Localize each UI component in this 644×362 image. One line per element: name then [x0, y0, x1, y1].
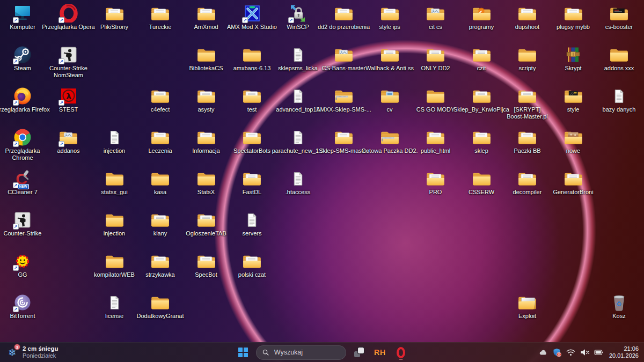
desktop-icon-generatorbroni[interactable]: GeneratorBroni: [546, 169, 600, 196]
clock-date: 20.01.2026: [609, 352, 639, 360]
folder-icon: [380, 128, 400, 146]
security-icon[interactable]: [551, 345, 563, 359]
start-button[interactable]: [235, 344, 251, 360]
desktop-icon-label: style: [567, 106, 580, 113]
folder-icon: [380, 46, 400, 64]
desktop-icon-label: nowe: [566, 147, 580, 154]
doc-icon: [288, 87, 308, 105]
desktop-icon-label: cit cs: [429, 24, 442, 31]
rh-app-icon: RH: [374, 348, 386, 357]
desktop-icon-label: CSSERW: [469, 189, 494, 196]
desktop-icon-bittorrent[interactable]: ↗BitTorrent: [0, 293, 49, 320]
shortcut-arrow-icon: ↗: [58, 17, 64, 23]
desktop-icon-servers[interactable]: servers: [225, 211, 279, 237]
desktop-icon-label: strzykawka: [145, 271, 174, 278]
desktop-icon-label: Kosz: [612, 313, 625, 320]
taskbar-search[interactable]: [256, 345, 346, 360]
battery-icon[interactable]: [593, 345, 605, 359]
folder-icon: [564, 4, 583, 23]
onedrive-icon[interactable]: [537, 345, 549, 359]
search-input[interactable]: [273, 348, 340, 357]
doc-icon: [242, 211, 262, 229]
desktop-icon-label: CS GO MODY: [416, 106, 455, 113]
desktop-icon-gg[interactable]: ↗GG: [0, 252, 49, 278]
desktop-icon-exploit[interactable]: Exploit: [501, 293, 554, 320]
desktop-icon-label: GG: [18, 271, 27, 278]
folder-icon: [196, 169, 216, 188]
desktop-icon-label: statsx_gui: [101, 189, 128, 196]
folder-icon: [334, 87, 354, 105]
folder-icon: [150, 293, 170, 312]
weather-widget[interactable]: ❄ 3 2 cm śniegu Poniedziałek: [1, 343, 63, 362]
desktop[interactable]: ↗Komputer↗Przeglądarka OperaPlikiStronyT…: [0, 0, 644, 342]
taskbar-app-opera[interactable]: [393, 344, 409, 360]
desktop-icon-stest[interactable]: λ↗STEST: [42, 87, 96, 113]
folder-icon: [150, 4, 170, 23]
folder-icon: [564, 87, 583, 105]
doc-icon: [105, 293, 125, 312]
desktop-icon-counter-strike[interactable]: ↗Counter-Strike: [0, 211, 49, 237]
desktop-icon-label: amxbans-6.13: [233, 65, 271, 72]
folder-icon: [196, 4, 216, 23]
desktop-icon-label: plugsy mybb: [557, 24, 590, 31]
desktop-icon-label: klany: [153, 230, 167, 237]
doc-icon: [288, 128, 308, 146]
desktop-icon-label: DodatkowyGranat: [136, 313, 184, 320]
desktop-icon-label: cs-booster: [605, 24, 633, 31]
folder-icon: [472, 87, 492, 105]
folder-icon: [517, 169, 537, 188]
taskbar-clock[interactable]: 21:06 20.01.2026: [606, 345, 644, 360]
opera-icon: ↗: [58, 4, 78, 23]
desktop-icon-label: Exploit: [518, 313, 536, 320]
folder-icon: [196, 252, 216, 270]
folder-icon: [517, 87, 537, 105]
folder-icon: [380, 87, 400, 105]
folder-icon: [150, 252, 170, 270]
desktop-icon-label: Przeglądarka Chrome: [5, 147, 40, 161]
desktop-icon-htaccess[interactable]: .htaccess: [271, 169, 325, 196]
desktop-icon-label: style ips: [379, 24, 400, 31]
desktop-icon-label: BibliotekaCS: [189, 65, 223, 72]
folder-icon: [609, 4, 629, 23]
windows-logo-icon: [238, 348, 248, 357]
svg-text:♻: ♻: [616, 300, 622, 308]
desktop-icon-ccleaner-7[interactable]: C↗NEWCCleaner 7: [0, 169, 49, 196]
folder-icon: [472, 169, 492, 188]
taskbar-app-rh[interactable]: RH: [372, 344, 388, 360]
desktop-icon-label: programy: [469, 24, 494, 31]
volume-muted-icon[interactable]: [579, 345, 591, 359]
desktop-icon-dodatkowygranat[interactable]: DodatkowyGranat: [134, 293, 187, 320]
desktop-icon-label: PRO: [429, 189, 442, 196]
desktop-icon-label: parachute_new_1.0: [272, 147, 324, 154]
weather-headline: 2 cm śniegu: [23, 345, 58, 352]
desktop-icon-nowe[interactable]: nowe: [546, 128, 600, 154]
clock-time: 21:06: [609, 345, 639, 353]
folder-icon: [196, 211, 216, 229]
shortcut-arrow-icon: ↗: [58, 58, 64, 64]
taskbar: ❄ 3 2 cm śniegu Poniedziałek RH: [0, 342, 644, 362]
desktop-icon-bazy-danych[interactable]: bazy danych: [592, 87, 644, 113]
desktop-icon-counter-strike-nomsteam[interactable]: ↗Counter-Strike NomSteam: [42, 46, 96, 79]
shortcut-arrow-icon: ↗: [13, 306, 19, 312]
desktop-icon-label: OgloszenieTAB: [186, 230, 226, 237]
desktop-icon-label: BitTorrent: [10, 313, 35, 320]
task-view-button[interactable]: [351, 344, 367, 360]
folder-icon: [426, 128, 445, 146]
desktop-icon-label: c4efect: [151, 106, 170, 113]
folder-icon: [334, 46, 354, 64]
desktop-icon-kosz[interactable]: ♻Kosz: [592, 293, 644, 320]
desktop-icon-polski-czat[interactable]: polski czat: [225, 252, 279, 278]
desktop-icon-label: Komputer: [10, 24, 35, 31]
desktop-icon-label: czit: [477, 65, 486, 72]
folder-icon: [150, 128, 170, 146]
doc-icon: [609, 87, 629, 105]
wifi-icon[interactable]: [565, 345, 577, 359]
chrome-icon: ↗: [13, 128, 33, 146]
shortcut-arrow-icon: ↗: [13, 58, 19, 64]
ccleaner-icon: C↗NEW: [13, 169, 33, 188]
new-badge: NEW: [18, 184, 29, 190]
desktop-icon-label: SpecBot: [195, 271, 217, 278]
desktop-icon-cs-booster[interactable]: cs-booster: [592, 4, 644, 31]
folder-icon: [426, 169, 445, 188]
desktop-icon-addons-xxx[interactable]: addons xxx: [592, 46, 644, 72]
